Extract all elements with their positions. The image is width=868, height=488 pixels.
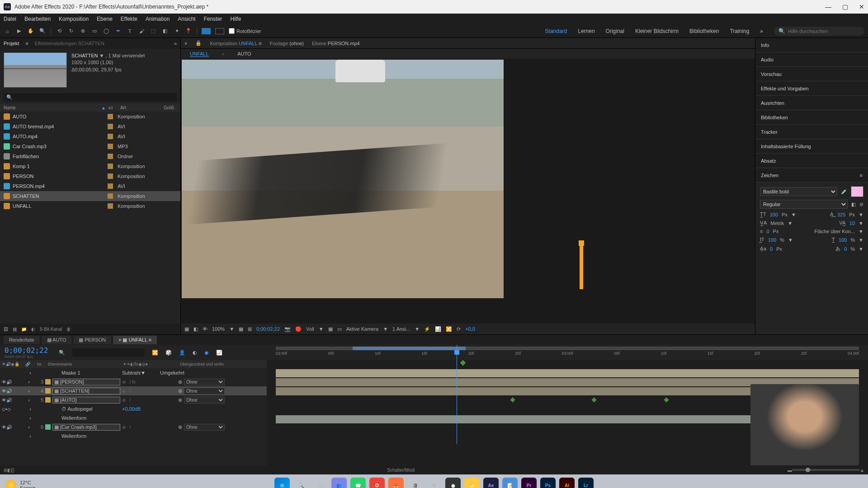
vscale-value[interactable]: 100 — [768, 237, 776, 243]
tab-renderliste[interactable]: Renderliste — [4, 336, 40, 344]
roi-icon[interactable]: ▭ — [337, 326, 342, 332]
channels-icon[interactable]: 🔴 — [295, 326, 302, 332]
ellipse-tool-icon[interactable]: ◯ — [103, 28, 110, 35]
menu-hilfe[interactable]: Hilfe — [230, 16, 241, 22]
app-icon[interactable]: 🗿 — [407, 478, 423, 488]
eraser-tool-icon[interactable]: ◧ — [161, 28, 169, 35]
col-tag-icon[interactable]: 🏷 — [108, 105, 118, 110]
app-icon[interactable]: ⚙ — [426, 478, 442, 488]
workspace-more-icon[interactable]: » — [760, 28, 763, 34]
tracking-value[interactable]: 10 — [849, 221, 855, 226]
workspace-standard[interactable]: Standard — [545, 28, 567, 34]
toggle-mask-icon[interactable]: ◧ — [193, 326, 198, 332]
font-size-value[interactable]: 100 — [770, 212, 778, 217]
selection-tool-icon[interactable]: ▶ — [15, 28, 23, 35]
safe-zones-icon[interactable]: ⊞ — [248, 326, 252, 332]
zoom-level[interactable]: 100% — [212, 326, 225, 332]
toggle-switches-icon[interactable]: ⊞ — [4, 468, 7, 473]
zoom-tool-icon[interactable]: 🔍 — [39, 28, 46, 35]
zoom-out-icon[interactable]: ▬ — [788, 468, 792, 473]
font-style-dropdown[interactable]: Regular — [760, 200, 848, 209]
menu-fenster[interactable]: Fenster — [204, 16, 222, 22]
frame-blend-icon[interactable]: ◐ — [193, 350, 197, 356]
tab-effekteinstellungen[interactable]: Effekteinstellungen SCHATTEN — [35, 41, 104, 46]
timeline-layer-row[interactable]: ›Wellenform — [0, 432, 267, 441]
project-search-input[interactable] — [13, 95, 174, 100]
panel-vorschau[interactable]: Vorschau — [755, 67, 868, 81]
workspace-bibliotheken[interactable]: Bibliotheken — [689, 28, 719, 34]
tab-unfall[interactable]: × ▦ UNFALL ≡ — [113, 336, 157, 344]
stroke-swatch-icon[interactable]: ◧ — [851, 202, 856, 207]
comp-close-icon[interactable]: × — [184, 41, 187, 46]
bit-depth[interactable]: 8-Bit-Kanal — [40, 327, 62, 332]
playhead[interactable] — [457, 345, 457, 444]
project-item[interactable]: PERSON.mp4AVI — [0, 181, 180, 191]
draft3d-icon[interactable]: 🎲 — [165, 350, 172, 356]
reset-exposure-icon[interactable]: ⟳ — [457, 326, 461, 332]
obs-icon[interactable]: ◉ — [445, 478, 461, 488]
orbit-tool-icon[interactable]: ⟲ — [56, 28, 63, 35]
comp-lock-icon[interactable]: 🔒 — [195, 40, 202, 46]
project-item[interactable]: FarbflächenOrdner — [0, 151, 180, 161]
text-tool-icon[interactable]: T — [126, 28, 133, 35]
panel-ausrichten[interactable]: Ausrichten — [755, 96, 868, 110]
timeline-layer-row[interactable]: 👁🔊 ›4▦ [SCHATTEN]⊕ / ⊚ Ohne — [0, 386, 267, 395]
timeline-icon[interactable]: 📊 — [435, 326, 441, 332]
zoom-in-icon[interactable]: ▲ — [860, 468, 864, 473]
panel-inhaltsfuellung[interactable]: Inhaltsbasierte Füllung — [755, 139, 868, 154]
home-icon[interactable]: ⌂ — [4, 28, 11, 35]
project-item[interactable]: SCHATTENKomposition — [0, 191, 180, 201]
viewer-timecode[interactable]: 0;00;02;22 — [256, 326, 280, 332]
menu-komposition[interactable]: Komposition — [59, 16, 89, 22]
grid-icon[interactable]: ▦ — [239, 326, 243, 332]
col-art[interactable]: Art — [120, 105, 161, 110]
fast-preview-icon[interactable]: ⚡ — [424, 326, 430, 332]
project-item[interactable]: AUTO bremst.mp4AVI — [0, 122, 180, 131]
panel-audio[interactable]: Audio — [755, 52, 868, 67]
comp-mini-flowchart-icon[interactable]: 🔀 — [152, 350, 158, 356]
menu-animation[interactable]: Animation — [146, 16, 170, 22]
explorer-icon[interactable]: 📁 — [464, 478, 480, 488]
trash-icon[interactable]: 🗑 — [66, 327, 71, 332]
toggle-modes-icon[interactable]: ◧ — [7, 468, 11, 473]
timeline-layer-row[interactable]: 👁🔊 ›5▦ [AUTO]⊕ / ⊚ Ohne — [0, 395, 267, 404]
clone-tool-icon[interactable]: ⬚ — [150, 28, 157, 35]
tab-auto[interactable]: ▦ AUTO — [42, 336, 72, 344]
menu-datei[interactable]: Datei — [4, 16, 16, 22]
app-icon[interactable]: 📝 — [502, 478, 518, 488]
toggle-guides-icon[interactable]: 👁 — [203, 326, 208, 332]
firefox-icon[interactable]: 🦊 — [388, 478, 404, 488]
workspace-lernen[interactable]: Lernen — [578, 28, 594, 34]
kerning-value[interactable]: Metrik — [770, 221, 784, 226]
toggle-alpha-icon[interactable]: ▦ — [184, 326, 189, 332]
fill-swatch[interactable] — [202, 28, 211, 34]
puppet-tool-icon[interactable]: 📍 — [185, 28, 192, 35]
transparency-icon[interactable]: ▦ — [328, 326, 333, 332]
toggle-pane-icon[interactable]: {} — [11, 468, 14, 473]
fill-color-swatch[interactable] — [851, 186, 863, 197]
timeline-timecode[interactable]: 0;00;02;22 00082 (29,97 fps) — [0, 346, 59, 359]
new-comp-icon[interactable]: ▦ — [13, 327, 17, 332]
start-button[interactable]: ⊞ — [274, 478, 290, 488]
camera-dropdown[interactable]: Aktive Kamera — [346, 326, 379, 332]
col-size[interactable]: Größ — [164, 105, 174, 110]
menu-ebene[interactable]: Ebene — [97, 16, 113, 22]
maximize-button[interactable]: ▢ — [842, 3, 848, 10]
anchor-tool-icon[interactable]: ⊕ — [79, 28, 86, 35]
whatsapp-icon[interactable]: ☎ — [350, 478, 366, 488]
panel-menu-icon[interactable]: ≡ — [25, 41, 28, 46]
new-folder-icon[interactable]: 📁 — [21, 327, 27, 332]
panel-zeichen[interactable]: Zeichen≡ — [755, 168, 868, 183]
help-search-input[interactable] — [788, 28, 860, 34]
tab-projekt[interactable]: Projekt — [4, 41, 19, 46]
fill-over-stroke[interactable]: Fläche über Kon... — [814, 229, 855, 234]
panel-info[interactable]: Info — [755, 38, 868, 52]
subtab-back-icon[interactable]: ‹ — [222, 51, 224, 56]
keyframe-icon[interactable] — [664, 397, 669, 402]
panel-overflow-icon[interactable]: » — [174, 41, 177, 46]
project-item[interactable]: Car Crash.mp3MP3 — [0, 141, 180, 151]
tsume-value[interactable]: 0 — [844, 246, 847, 252]
panel-menu-icon[interactable]: ≡ — [860, 173, 863, 178]
help-search[interactable]: 🔍 — [774, 27, 864, 36]
workspace-kleiner[interactable]: Kleiner Bildschirm — [635, 28, 679, 34]
